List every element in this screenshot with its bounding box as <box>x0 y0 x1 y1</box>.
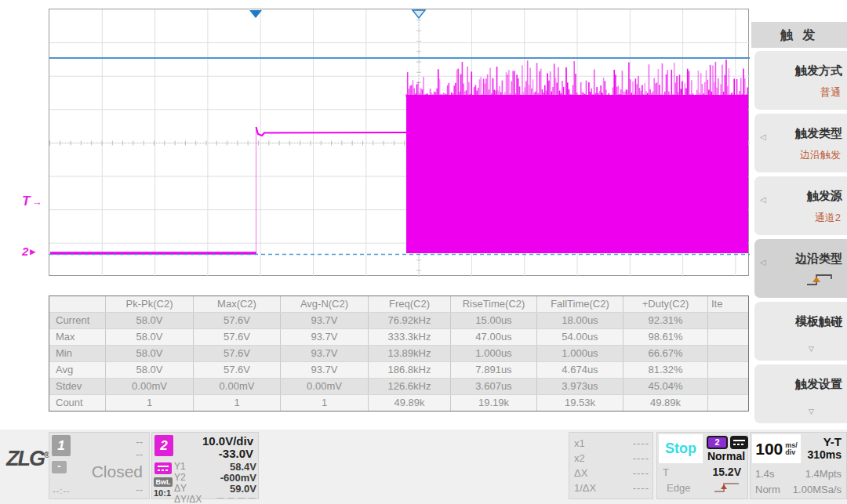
timebase-scale-value: 100 <box>755 440 783 459</box>
measurement-value: 47.00us <box>451 329 537 345</box>
x-cursor-label: x1 <box>574 437 585 452</box>
column-header <box>49 296 106 312</box>
measurement-value: 1 <box>281 395 369 411</box>
center-reference-marker[interactable] <box>413 10 425 18</box>
status-bar: ZLG® 1 -- -- - Closed --:-- -- 2 10.0V/d… <box>0 430 847 504</box>
menu-item-3[interactable]: ◁触发源通道2 <box>754 176 847 235</box>
cursor-value: 58.4V <box>230 461 256 472</box>
channel2-ground-label: 2 <box>22 245 28 258</box>
channel1-bottom-value: -- <box>136 484 143 495</box>
channel1-badge[interactable]: 1 <box>52 435 71 456</box>
measurement-value: 57.6V <box>194 329 281 345</box>
row-label: Count <box>49 395 106 411</box>
capture-window-value: 1.4s <box>755 468 775 480</box>
measurement-value: 45.04% <box>623 379 708 394</box>
table-row: Count11149.89k19.19k19.53k49.89k <box>49 394 748 411</box>
cursor-value: -600mV <box>220 472 256 483</box>
cursor-label: Y1 <box>174 461 186 472</box>
trigger-position-marker[interactable] <box>249 10 262 18</box>
measurement-value: 1 <box>106 395 194 411</box>
menu-item-5[interactable]: 模板触碰▽ <box>754 302 847 361</box>
cursor-label: ΔY/ΔX <box>174 494 202 504</box>
measurement-table: Pk-Pk(C2)Max(C2)Avg-N(C2)Freq(C2)RiseTim… <box>49 296 749 412</box>
table-row: Current58.0V57.6V93.7V76.92kHz15.00us18.… <box>49 312 748 328</box>
channel2-ground-marker[interactable]: 2▶ <box>22 245 35 258</box>
trigger-type-label: Edge <box>667 482 690 494</box>
measurement-value: 0.00mV <box>194 379 281 394</box>
display-mode-label: Y-T <box>823 435 842 448</box>
menu-item-4[interactable]: ◁边沿类型 <box>754 239 847 298</box>
channel1-status-box[interactable]: 1 -- -- - Closed --:-- -- <box>49 432 150 499</box>
x-cursor-value: ---- <box>633 452 649 467</box>
ch2-trace-mid-segment <box>256 127 407 136</box>
channel2-scale-value: 10.0V/div <box>202 434 253 448</box>
measurement-value: 58.0V <box>106 362 194 378</box>
menu-item-value: 普通 <box>762 85 841 100</box>
measurement-value: 57.6V <box>194 362 281 378</box>
trigger-level-arrow-icon: → <box>31 196 42 208</box>
table-row: Stdev0.00mV0.00mV0.00mV126.6kHz3.607us3.… <box>49 378 748 394</box>
column-header: Avg-N(C2) <box>281 296 369 312</box>
measurement-value: 76.92kHz <box>369 313 451 328</box>
trigger-status-box[interactable]: Stop 2 Normal T 15.2V Edge <box>656 432 748 499</box>
run-state-indicator[interactable]: Stop <box>659 434 703 463</box>
oscilloscope-screen: T→ 2▶ Pk-Pk(C2)Max(C2)Avg-N(C2)Freq(C2)R… <box>0 0 847 504</box>
measurement-value: 66.67% <box>623 346 708 361</box>
zlg-logo: ZLG® <box>6 447 49 471</box>
measurement-value: 1.000us <box>537 346 623 361</box>
timebase-delay-value: 310ms <box>807 448 842 461</box>
measurement-value: 19.19k <box>451 395 537 411</box>
waveform-display[interactable] <box>49 9 749 276</box>
measurement-value: 126.6kHz <box>369 379 451 394</box>
x-cursor-label: 1/ΔX <box>574 482 596 497</box>
channel2-status-box[interactable]: 2 10.0V/div -33.0V BwL 10:1 Y158.4VY2-60… <box>151 432 259 499</box>
timebase-scale-readout[interactable]: 100 ms/div <box>752 434 801 463</box>
measurement-value: 58.0V <box>106 329 194 345</box>
measurement-value: 98.61% <box>623 329 708 345</box>
measurement-value: 54.00us <box>537 329 623 345</box>
x-cursor-value: ---- <box>633 482 649 497</box>
x-cursor-row: x2---- <box>574 452 649 467</box>
cursor-label: Y2 <box>174 472 186 483</box>
trigger-coupling-icon <box>730 436 748 449</box>
chevron-down-icon: ▽ <box>809 345 814 353</box>
measurement-value: 1.000us <box>451 346 537 361</box>
column-header: Pk-Pk(C2) <box>106 296 194 312</box>
channel2-bandwidth-limit-badge: BwL <box>154 477 173 487</box>
measurement-value <box>708 395 748 411</box>
waveform-canvas <box>49 9 750 277</box>
channel2-offset-value: -33.0V <box>219 447 253 460</box>
cursor-readout-row: ΔY/ΔX— — — — <box>174 494 256 504</box>
menu-item-1[interactable]: 触发方式普通 <box>754 51 847 110</box>
timebase-box[interactable]: 100 ms/div Y-T 310ms 1.4s 1.4Mpts Norm 1… <box>750 432 847 499</box>
measurement-value: 49.89k <box>369 395 451 411</box>
measurement-value: 1 <box>194 395 281 411</box>
column-header: Freq(C2) <box>369 296 451 312</box>
trigger-level-marker[interactable]: T→ <box>22 194 42 209</box>
trigger-level-readout: 15.2V <box>712 466 741 478</box>
chevron-down-icon: ▽ <box>809 408 814 415</box>
cursor-readout-row: ΔY59.0V <box>174 483 256 494</box>
row-label: Stdev <box>49 379 106 394</box>
menu-item-6[interactable]: 触发设置▽ <box>754 364 847 423</box>
column-header: Max(C2) <box>194 296 281 312</box>
rising-edge-icon <box>713 480 741 498</box>
channel1-scale-value: -- <box>136 436 143 448</box>
channel2-badge[interactable]: 2 <box>154 435 173 456</box>
menu-item-label: 模板触碰 <box>760 314 842 329</box>
menu-item-label: 触发源 <box>760 189 842 204</box>
memory-depth-value: 1.4Mpts <box>805 468 842 480</box>
measurement-value <box>708 329 748 345</box>
measurement-value: 19.53k <box>537 395 623 411</box>
row-label: Current <box>49 313 106 328</box>
column-header: +Duty(C2) <box>623 296 708 312</box>
sample-rate-value: 1.00MSa/s <box>793 484 842 495</box>
cursor-value: 59.0V <box>230 483 256 494</box>
menu-item-value: 通道2 <box>762 211 841 225</box>
measurement-value <box>708 379 748 394</box>
menu-item-2[interactable]: ◁触发类型边沿触发 <box>754 114 847 172</box>
measurement-value: 93.7V <box>281 313 369 328</box>
measurement-value: 15.00us <box>451 313 537 328</box>
measurement-value: 0.00mV <box>281 379 369 394</box>
trigger-menu-items: 触发方式普通◁触发类型边沿触发◁触发源通道2◁边沿类型模板触碰▽触发设置▽ <box>754 51 847 423</box>
